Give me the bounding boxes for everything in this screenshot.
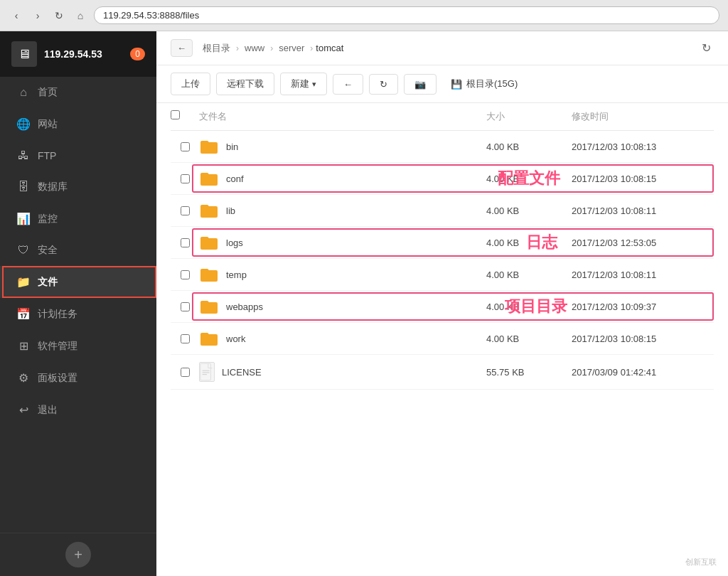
checkbox-work[interactable] bbox=[181, 334, 190, 343]
forward-button[interactable]: › bbox=[30, 8, 46, 23]
disk-info: 💾 根目录(15G) bbox=[451, 78, 518, 90]
file-name-work[interactable]: work bbox=[199, 330, 486, 347]
browser-chrome: ‹ › ↻ ⌂ 119.29.54.53:8888/files bbox=[0, 0, 728, 31]
sidebar-item-software[interactable]: ⊞ 软件管理 bbox=[0, 330, 156, 362]
reload-button[interactable]: ↻ bbox=[51, 8, 67, 23]
refresh-breadcrumb-button[interactable]: ↻ bbox=[699, 38, 714, 58]
scheduler-icon: 📅 bbox=[16, 307, 31, 321]
breadcrumb-tomcat[interactable]: tomcat bbox=[316, 43, 343, 53]
content-area: ← 根目录 › www › server › tomcat ↻ 上传 远程下载 … bbox=[156, 31, 728, 576]
sidebar-item-database[interactable]: 🗄 数据库 bbox=[0, 171, 156, 203]
file-modified-license: 2017/03/09 01:42:41 bbox=[572, 367, 714, 378]
file-modified-bin: 2017/12/03 10:08:13 bbox=[572, 142, 714, 152]
file-list-area: 文件名 大小 修改时间 bin 4.00 KB 2017/12/03 10:08… bbox=[156, 103, 728, 576]
file-name-temp[interactable]: temp bbox=[199, 266, 486, 283]
checkbox-webapps[interactable] bbox=[181, 302, 190, 311]
file-checkbox-logs bbox=[171, 238, 199, 247]
file-name-label-temp: temp bbox=[226, 270, 247, 280]
checkbox-logs[interactable] bbox=[181, 238, 190, 247]
checkbox-license[interactable] bbox=[181, 368, 190, 377]
sidebar-item-logout[interactable]: ↩ 退出 bbox=[0, 394, 156, 426]
file-checkbox-lib bbox=[171, 206, 199, 215]
sidebar-item-files[interactable]: 📁 文件 bbox=[0, 266, 156, 298]
server-icon: 🖥 bbox=[11, 41, 37, 67]
header-size: 大小 bbox=[486, 110, 572, 123]
file-row-lib: lib 4.00 KB 2017/12/03 10:08:11 bbox=[171, 195, 714, 227]
file-name-license[interactable]: LICENSE bbox=[199, 362, 486, 382]
checkbox-conf[interactable] bbox=[181, 174, 190, 183]
file-list-header: 文件名 大小 修改时间 bbox=[171, 103, 714, 131]
sidebar-item-scheduler[interactable]: 📅 计划任务 bbox=[0, 298, 156, 330]
main-layout: 🖥 119.29.54.53 0 ⌂ 首页 🌐 网站 🖧 FTP 🗄 数据库 bbox=[0, 31, 728, 576]
sidebar-item-settings[interactable]: ⚙ 面板设置 bbox=[0, 362, 156, 394]
file-size-conf: 4.00 KB bbox=[486, 174, 572, 184]
breadcrumb-bar: ← 根目录 › www › server › tomcat ↻ bbox=[156, 31, 728, 65]
file-size-bin: 4.00 KB bbox=[486, 142, 572, 152]
sidebar-item-ftp[interactable]: 🖧 FTP bbox=[0, 140, 156, 171]
breadcrumb-server[interactable]: server bbox=[276, 41, 307, 55]
file-name-label-work: work bbox=[226, 334, 245, 344]
sidebar-item-label-home: 首页 bbox=[38, 86, 58, 99]
select-all-checkbox[interactable] bbox=[171, 110, 180, 119]
file-modified-webapps: 2017/12/03 10:09:37 bbox=[572, 302, 714, 312]
breadcrumb-www[interactable]: www bbox=[242, 41, 267, 55]
file-name-label-webapps: webapps bbox=[226, 302, 263, 312]
file-name-label-bin: bin bbox=[226, 142, 238, 152]
file-size-license: 55.75 KB bbox=[486, 367, 572, 378]
new-button[interactable]: 新建 bbox=[280, 73, 327, 95]
file-checkbox-work bbox=[171, 334, 199, 343]
sidebar-item-label-monitor: 监控 bbox=[38, 213, 58, 225]
file-name-bin[interactable]: bin bbox=[199, 138, 486, 155]
watermark: 创新互联 bbox=[685, 557, 717, 567]
file-name-logs[interactable]: logs bbox=[199, 234, 486, 251]
add-button[interactable]: + bbox=[65, 542, 91, 567]
folder-icon-bin bbox=[199, 138, 219, 155]
home-button[interactable]: ⌂ bbox=[73, 8, 88, 23]
toolbar-back-button[interactable]: ← bbox=[333, 74, 363, 95]
sidebar-item-website[interactable]: 🌐 网站 bbox=[0, 108, 156, 140]
sidebar-footer: + bbox=[0, 533, 156, 576]
checkbox-bin[interactable] bbox=[181, 142, 190, 151]
file-checkbox-license bbox=[171, 368, 199, 377]
file-size-webapps: 4.00 KB bbox=[486, 302, 572, 312]
file-row-temp: temp 4.00 KB 2017/12/03 10:08:11 bbox=[171, 259, 714, 291]
address-bar: 119.29.54.53:8888/files bbox=[94, 6, 719, 24]
header-modified: 修改时间 bbox=[572, 110, 714, 123]
file-size-logs: 4.00 KB bbox=[486, 238, 572, 248]
upload-button[interactable]: 上传 bbox=[171, 73, 210, 95]
settings-icon: ⚙ bbox=[16, 371, 31, 385]
screenshot-button[interactable]: 📷 bbox=[404, 74, 437, 95]
breadcrumb-sep-1: › bbox=[236, 43, 239, 53]
website-icon: 🌐 bbox=[16, 117, 31, 131]
breadcrumb-sep-3: › bbox=[310, 43, 313, 53]
remote-download-button[interactable]: 远程下载 bbox=[216, 73, 274, 95]
file-name-conf[interactable]: conf bbox=[199, 170, 486, 187]
file-modified-temp: 2017/12/03 10:08:11 bbox=[572, 270, 714, 280]
sidebar-item-security[interactable]: 🛡 安全 bbox=[0, 235, 156, 266]
back-button[interactable]: ‹ bbox=[9, 8, 24, 23]
breadcrumb-root[interactable]: 根目录 bbox=[200, 41, 233, 56]
toolbar-refresh-button[interactable]: ↻ bbox=[369, 74, 398, 95]
sidebar-item-label-logout: 退出 bbox=[38, 404, 58, 417]
disk-label: 根目录(15G) bbox=[466, 78, 518, 90]
file-name-lib[interactable]: lib bbox=[199, 202, 486, 219]
file-size-temp: 4.00 KB bbox=[486, 270, 572, 280]
sidebar-item-label-software: 软件管理 bbox=[38, 340, 77, 353]
breadcrumb-back-button[interactable]: ← bbox=[171, 39, 193, 57]
sidebar-item-home[interactable]: ⌂ 首页 bbox=[0, 77, 156, 108]
file-checkbox-temp bbox=[171, 270, 199, 279]
checkbox-temp[interactable] bbox=[181, 270, 190, 279]
file-checkbox-bin bbox=[171, 142, 199, 151]
folder-icon-conf bbox=[199, 170, 219, 187]
file-name-label-lib: lib bbox=[226, 206, 235, 216]
file-name-webapps[interactable]: webapps bbox=[199, 298, 486, 315]
checkbox-lib[interactable] bbox=[181, 206, 190, 215]
logout-icon: ↩ bbox=[16, 403, 31, 417]
file-row-work: work 4.00 KB 2017/12/03 10:08:15 bbox=[171, 323, 714, 355]
database-icon: 🗄 bbox=[16, 181, 31, 193]
sidebar-item-label-security: 安全 bbox=[38, 244, 58, 257]
breadcrumb-sep-2: › bbox=[270, 43, 273, 53]
software-icon: ⊞ bbox=[16, 339, 31, 353]
server-name: 119.29.54.53 bbox=[44, 48, 102, 60]
sidebar-item-monitor[interactable]: 📊 监控 bbox=[0, 203, 156, 235]
